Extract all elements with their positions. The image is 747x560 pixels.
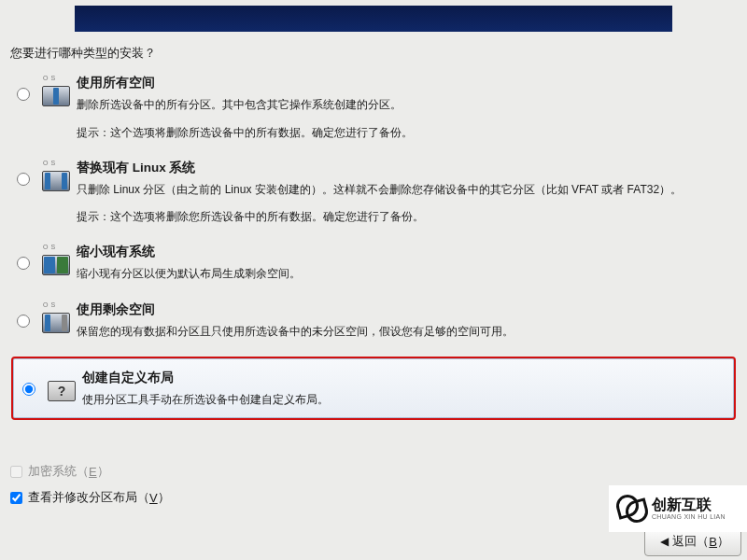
option-free-space[interactable]: O S 使用剩余空间 保留您的现有数据和分区且只使用所选设备中的未分区空间，假设… — [11, 296, 736, 354]
disk-icon-replace: O S — [40, 160, 72, 191]
review-layout-row[interactable]: 查看并修改分区布局（V） — [10, 489, 170, 506]
radio-replace-linux[interactable] — [17, 173, 30, 186]
option-title: 使用剩余空间 — [77, 301, 736, 318]
encrypt-label-suffix: ） — [97, 463, 109, 480]
question-icon: ? — [48, 381, 76, 401]
back-label-suffix: ） — [717, 533, 729, 550]
disk-icon-free: O S — [40, 301, 72, 333]
option-title: 替换现有 Linux 系统 — [77, 160, 736, 176]
option-desc: 保留您的现有数据和分区且只使用所选设备中的未分区空间，假设您有足够的空间可用。 — [77, 323, 736, 341]
option-title: 使用所有空间 — [77, 75, 736, 91]
arrow-left-icon: ◀ — [660, 535, 669, 548]
checkbox-area: 加密系统（E） 查看并修改分区布局（V） — [10, 454, 170, 506]
option-use-all-space[interactable]: O S 使用所有空间 删除所选设备中的所有分区。其中包含其它操作系统创建的分区。… — [11, 69, 736, 154]
review-label-suffix: ） — [158, 489, 170, 506]
radio-use-all-space[interactable] — [17, 88, 30, 101]
review-label-key: V — [149, 491, 158, 505]
encrypt-system-row: 加密系统（E） — [10, 463, 170, 480]
option-title: 缩小现有系统 — [77, 244, 736, 260]
radio-shrink[interactable] — [17, 257, 30, 270]
option-desc: 只删除 Linux 分区（由之前的 Linux 安装创建的）。这样就不会删除您存… — [77, 181, 736, 199]
back-label-key: B — [709, 535, 717, 549]
option-desc: 缩小现有分区以便为默认布局生成剩余空间。 — [77, 265, 736, 283]
review-label-prefix: 查看并修改分区布局（ — [28, 489, 149, 506]
option-title: 创建自定义布局 — [82, 370, 730, 386]
option-desc: 删除所选设备中的所有分区。其中包含其它操作系统创建的分区。 — [77, 96, 736, 114]
disk-icon-use-all: O S — [40, 75, 72, 106]
option-hint: 提示：这个选项将删除所选设备中的所有数据。确定您进行了备份。 — [77, 125, 736, 141]
option-custom-layout-selected: ? 创建自定义布局 使用分区工具手动在所选设备中创建自定义布局。 — [11, 357, 736, 420]
watermark: 创新互联 CHUANG XIN HU LIAN — [609, 485, 747, 532]
disk-icon-custom: ? — [46, 370, 78, 401]
option-shrink[interactable]: O S 缩小现有系统 缩小现有分区以便为默认布局生成剩余空间。 — [11, 238, 736, 296]
install-options-group: O S 使用所有空间 删除所选设备中的所有分区。其中包含其它操作系统创建的分区。… — [11, 69, 736, 420]
watermark-cn: 创新互联 — [652, 497, 726, 513]
disk-icon-shrink: O S — [40, 244, 72, 275]
radio-custom-layout[interactable] — [22, 383, 35, 396]
option-hint: 提示：这个选项将删除您所选设备中的所有数据。确定您进行了备份。 — [77, 209, 736, 225]
radio-free-space[interactable] — [17, 315, 30, 328]
encrypt-label-prefix: 加密系统（ — [28, 463, 89, 480]
install-type-prompt: 您要进行哪种类型的安装？ — [10, 45, 156, 62]
back-label-prefix: 返回（ — [672, 533, 709, 550]
option-custom-layout[interactable]: ? 创建自定义布局 使用分区工具手动在所选设备中创建自定义布局。 — [17, 364, 730, 413]
encrypt-system-checkbox — [10, 466, 22, 478]
encrypt-label-key: E — [89, 465, 97, 479]
option-replace-linux[interactable]: O S 替换现有 Linux 系统 只删除 Linux 分区（由之前的 Linu… — [11, 154, 736, 239]
watermark-logo-icon — [616, 493, 648, 525]
watermark-en: CHUANG XIN HU LIAN — [652, 513, 726, 521]
top-banner — [75, 6, 672, 32]
option-desc: 使用分区工具手动在所选设备中创建自定义布局。 — [82, 391, 730, 409]
review-layout-checkbox[interactable] — [10, 492, 22, 504]
